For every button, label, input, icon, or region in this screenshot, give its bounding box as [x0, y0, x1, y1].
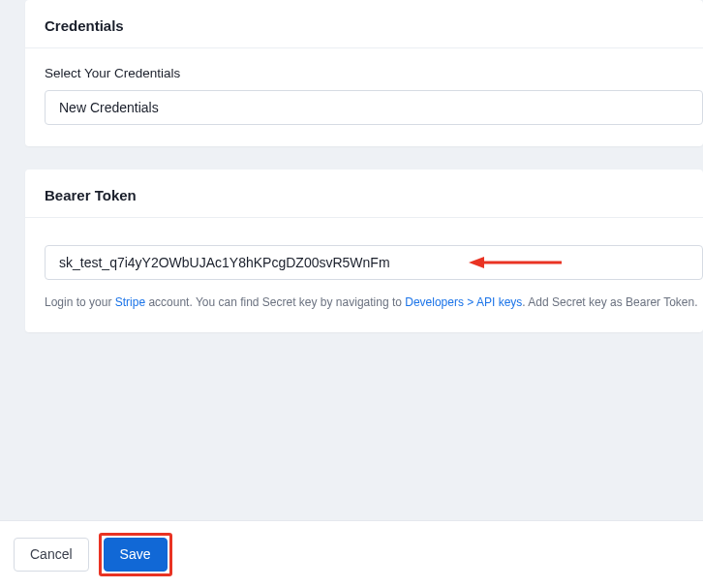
cancel-button[interactable]: Cancel — [14, 538, 89, 572]
footer-bar: Cancel Save — [0, 520, 703, 588]
bearer-helper-text: Login to your Stripe account. You can fi… — [45, 294, 703, 311]
helper-suffix: . Add Secret key as Bearer Token. — [522, 295, 697, 309]
helper-prefix: Login to your — [45, 295, 115, 309]
credentials-card: Credentials Select Your Credentials New … — [25, 0, 703, 146]
stripe-link[interactable]: Stripe — [115, 295, 145, 309]
bearer-input-wrap — [45, 245, 703, 280]
bearer-header: Bearer Token — [25, 170, 703, 218]
credentials-field-label: Select Your Credentials — [45, 66, 703, 80]
bearer-token-input[interactable] — [45, 245, 703, 280]
bearer-token-card: Bearer Token Login to your Stripe accoun… — [25, 170, 703, 332]
developers-api-keys-link[interactable]: Developers > API keys — [405, 295, 522, 309]
credentials-body: Select Your Credentials New Credentials — [25, 48, 703, 146]
credentials-select[interactable]: New Credentials — [45, 90, 703, 125]
credentials-header: Credentials — [25, 0, 703, 48]
save-button[interactable]: Save — [104, 538, 168, 572]
bearer-title: Bearer Token — [45, 187, 684, 203]
credentials-select-value: New Credentials — [59, 100, 159, 115]
helper-mid: account. You can find Secret key by navi… — [145, 295, 405, 309]
save-highlight-box: Save — [99, 533, 172, 576]
bearer-body: Login to your Stripe account. You can fi… — [25, 218, 703, 332]
credentials-title: Credentials — [45, 17, 684, 34]
